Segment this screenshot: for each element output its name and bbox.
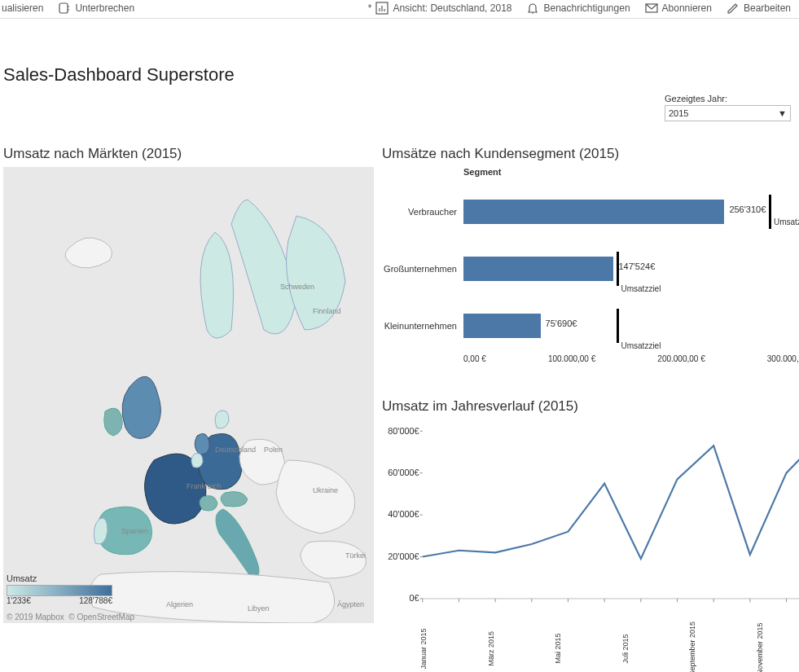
segment-title: Umsätze nach Kundensegment (2015) xyxy=(382,146,799,162)
edit-label: Bearbeiten xyxy=(744,2,791,14)
svg-text:Polen: Polen xyxy=(264,446,283,454)
segment-bar[interactable] xyxy=(463,257,613,281)
svg-text:20'000€: 20'000€ xyxy=(388,551,419,561)
svg-text:Ägypten: Ägypten xyxy=(337,600,364,608)
line-title: Umsatz im Jahresverlauf (2015) xyxy=(382,398,799,415)
pause-icon xyxy=(58,2,71,15)
pause-label: Unterbrechen xyxy=(75,2,134,14)
alerts-label: Benachrichtigungen xyxy=(543,2,630,14)
svg-text:Algerien: Algerien xyxy=(166,600,193,608)
visualize-label: ualisieren xyxy=(2,2,43,14)
line-xaxis: Januar 2015März 2015Mai 2015Juli 2015Sep… xyxy=(419,621,799,672)
segment-label: Kleinunternehmen xyxy=(382,321,463,331)
toolbar: ualisieren Unterbrechen * Ansicht: Deuts… xyxy=(0,0,799,19)
segment-target-label: Umsatzziel xyxy=(621,284,661,293)
legend-min: 1'233€ xyxy=(7,596,31,605)
map-attribution: © 2019 Mapbox © OpenStreetMap xyxy=(7,613,134,621)
svg-text:0€: 0€ xyxy=(409,593,419,603)
segment-target-line xyxy=(617,309,619,343)
alerts-button[interactable]: Benachrichtigungen xyxy=(526,2,630,15)
segment-bar[interactable] xyxy=(463,200,724,224)
map-title: Umsatz nach Märkten (2015) xyxy=(3,146,374,162)
segment-value: 256'310€ xyxy=(729,204,766,214)
segment-axis: 0,00 €100.000,00 €200.000,00 €300.000,00… xyxy=(463,354,799,363)
segment-label: Verbraucher xyxy=(382,207,463,217)
segment-chart[interactable]: Segment Verbraucher256'310€UmsatzzielGro… xyxy=(382,167,799,387)
europe-map: Frankreich Deutschland Spanien Polen Ukr… xyxy=(3,167,374,623)
svg-text:Libyen: Libyen xyxy=(248,604,270,613)
year-filter-value: 2015 xyxy=(669,108,688,118)
view-marker: * xyxy=(368,2,372,14)
segment-value: 75'690€ xyxy=(546,318,577,328)
year-filter-select[interactable]: 2015 ▼ xyxy=(665,105,791,121)
dashboard: Sales-Dashboard Superstore Gezeigtes Jah… xyxy=(0,64,799,672)
dashboard-title: Sales-Dashboard Superstore xyxy=(3,64,797,86)
svg-text:40'000€: 40'000€ xyxy=(388,509,419,519)
segment-target-label: Umsatzziel xyxy=(621,341,661,350)
legend-gradient xyxy=(7,585,112,596)
edit-button[interactable]: Bearbeiten xyxy=(727,2,791,15)
svg-text:60'000€: 60'000€ xyxy=(388,468,419,477)
view-label: Ansicht: Deutschland, 2018 xyxy=(393,2,511,14)
legend-title: Umsatz xyxy=(7,573,112,583)
line-viz[interactable]: 0€20'000€40'000€60'000€80'000€ xyxy=(382,419,799,619)
segment-bar[interactable] xyxy=(463,314,541,338)
legend-max: 128'788€ xyxy=(79,596,112,605)
svg-rect-0 xyxy=(59,3,68,13)
svg-text:Deutschland: Deutschland xyxy=(215,446,256,454)
segment-label: Großunternehmen xyxy=(382,264,463,274)
svg-text:Türkei: Türkei xyxy=(345,551,366,560)
segment-row: Kleinunternehmen75'690€Umsatzziel xyxy=(382,297,799,354)
segment-value: 147'524€ xyxy=(618,261,655,271)
chart-icon xyxy=(375,2,389,15)
bell-icon xyxy=(526,2,539,15)
svg-text:Schweden: Schweden xyxy=(280,283,314,291)
subscribe-label: Abonnieren xyxy=(662,2,712,14)
svg-text:Ukraine: Ukraine xyxy=(313,486,338,494)
svg-text:Frankreich: Frankreich xyxy=(187,482,222,490)
chevron-down-icon: ▼ xyxy=(778,108,787,118)
view-button[interactable]: * Ansicht: Deutschland, 2018 xyxy=(368,2,512,15)
year-filter-label: Gezeigtes Jahr: xyxy=(665,94,791,103)
segment-row: Großunternehmen147'524€Umsatzziel xyxy=(382,240,799,297)
segment-target-label: Umsatzziel xyxy=(774,217,799,226)
svg-text:80'000€: 80'000€ xyxy=(388,426,419,436)
map-legend: Umsatz 1'233€ 128'788€ xyxy=(7,573,112,605)
segment-target-line xyxy=(769,195,771,229)
pause-button[interactable]: Unterbrechen xyxy=(58,2,134,15)
map-viz[interactable]: Frankreich Deutschland Spanien Polen Ukr… xyxy=(3,167,374,623)
svg-text:Finnland: Finnland xyxy=(313,307,341,315)
segment-header: Segment xyxy=(382,167,799,177)
svg-text:Spanien: Spanien xyxy=(121,527,148,535)
visualize-button[interactable]: ualisieren xyxy=(2,2,43,14)
envelope-icon xyxy=(645,2,658,15)
pencil-icon xyxy=(727,2,740,15)
subscribe-button[interactable]: Abonnieren xyxy=(645,2,712,15)
segment-row: Verbraucher256'310€Umsatzziel xyxy=(382,183,799,240)
segment-target-line xyxy=(617,252,619,286)
